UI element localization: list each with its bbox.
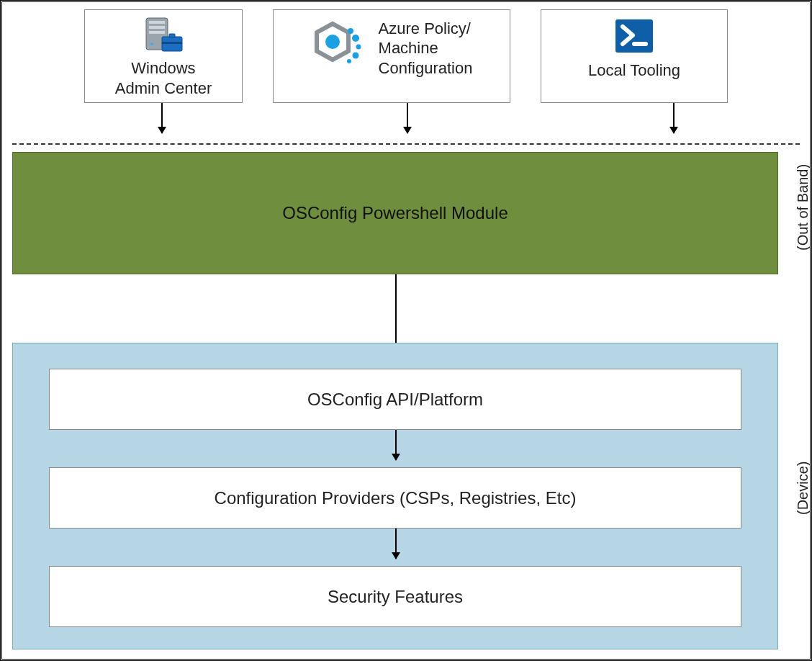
svg-point-12 — [356, 45, 361, 50]
powershell-icon — [613, 14, 656, 58]
svg-point-14 — [347, 59, 351, 63]
card-label: Windows Admin Center — [115, 58, 212, 98]
card-windows-admin-center: Windows Admin Center — [84, 9, 243, 103]
svg-point-4 — [150, 42, 153, 45]
card-label: Local Tooling — [588, 60, 680, 81]
diagram-frame: Windows Admin Center — [0, 0, 812, 661]
card-label: Azure Policy/ Machine Configuration — [379, 19, 473, 78]
svg-point-13 — [352, 53, 358, 59]
card-configuration-providers: Configuration Providers (CSPs, Registrie… — [49, 467, 741, 529]
svg-rect-1 — [149, 21, 165, 24]
green-box-label: OSConfig Powershell Module — [282, 203, 508, 223]
svg-point-11 — [352, 35, 359, 42]
azure-policy-icon — [311, 14, 369, 79]
server-icon — [142, 14, 185, 55]
svg-rect-2 — [149, 26, 165, 29]
mid-arrow-wrap — [12, 274, 778, 343]
card-azure-policy: Azure Policy/ Machine Configuration — [273, 9, 510, 103]
card-label: Configuration Providers (CSPs, Registrie… — [215, 488, 577, 508]
arrow-down-icon — [395, 430, 397, 460]
arrow-down-icon — [407, 103, 408, 133]
card-security-features: Security Features — [49, 566, 741, 627]
side-label-out-of-band: (Out of Band) — [795, 146, 811, 269]
card-label: Security Features — [328, 587, 463, 607]
card-osconfig-api: OSConfig API/Platform — [49, 369, 741, 430]
side-label-device: (Device) — [795, 333, 811, 643]
arrow-down-icon — [673, 103, 675, 133]
top-card-row: Windows Admin Center — [12, 9, 800, 103]
osconfig-powershell-module: OSConfig Powershell Module — [12, 152, 778, 274]
top-arrow-row — [12, 103, 800, 140]
inner-arrow — [49, 529, 741, 566]
card-label: OSConfig API/Platform — [307, 390, 483, 410]
card-local-tooling: Local Tooling — [541, 9, 728, 103]
svg-point-10 — [348, 28, 353, 34]
boundary-dashed-line — [12, 143, 800, 145]
inner-arrow — [49, 430, 741, 467]
device-container: OSConfig API/Platform Configuration Prov… — [12, 343, 778, 649]
svg-rect-7 — [169, 34, 175, 37]
arrow-down-icon — [161, 103, 163, 133]
svg-rect-6 — [162, 42, 182, 44]
svg-rect-3 — [149, 31, 165, 34]
svg-point-9 — [325, 35, 340, 49]
arrow-down-icon — [395, 529, 397, 559]
